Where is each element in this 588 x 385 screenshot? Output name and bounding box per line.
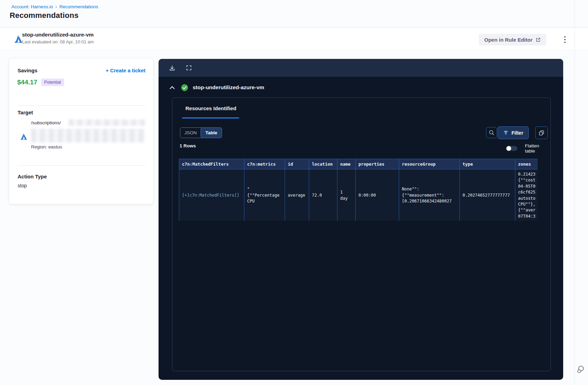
page-title: Recommendations (10, 11, 79, 20)
column-header-location: location (309, 159, 337, 169)
target-region: Region: eastus (31, 144, 62, 149)
external-link-icon (536, 37, 541, 42)
redacted-text (69, 119, 145, 126)
panel-title: stop-underutilized-azure-vm (193, 84, 264, 91)
cell-name: 1 day (337, 169, 356, 221)
breadcrumb-account-link[interactable]: Account: Harness.io (11, 4, 53, 9)
column-header-c7n:MatchedFilters: c7n:MatchedFilters (179, 159, 244, 169)
view-toggle-json[interactable]: JSON (180, 128, 201, 138)
filter-label: Filter (511, 130, 523, 136)
download-button[interactable] (169, 65, 175, 71)
download-icon (169, 65, 175, 71)
flatten-table-toggle[interactable]: Flatten table (506, 143, 550, 154)
flatten-table-label: Flatten table (525, 143, 550, 154)
target-label: Target (18, 110, 33, 115)
resources-table-wrap: c7n:MatchedFiltersc7n:metricsidlocationn… (179, 159, 538, 221)
redacted-text (31, 129, 145, 143)
cell-type: 0.20274652777777777 (460, 169, 515, 221)
fullscreen-icon (186, 65, 192, 71)
breadcrumb-separator-icon: › (55, 4, 57, 9)
results-panel: stop-underutilized-azure-vm Resources Id… (159, 59, 563, 380)
resources-card: Resources Identified JSON Table Filter 1… (172, 97, 551, 371)
recommendation-name: stop-underutilized-azure-vm (22, 32, 94, 38)
table-header-row: c7n:MatchedFiltersc7n:metricsidlocationn… (179, 159, 538, 169)
collapse-chevron-icon[interactable] (170, 86, 175, 89)
cell-resourceGroup: None"": {""measurement"": [0.20671066342… (399, 169, 460, 221)
summary-card: Savings + Create a ticket $44.17 Potenti… (9, 58, 153, 204)
potential-badge: Potential (41, 79, 64, 86)
help-chat-icon[interactable] (576, 364, 586, 374)
view-toggle: JSON Table (180, 127, 222, 138)
toggle-track[interactable] (506, 146, 517, 151)
create-ticket-button[interactable]: + Create a ticket (106, 67, 145, 73)
resources-table: c7n:MatchedFiltersc7n:metricsidlocationn… (179, 159, 538, 221)
action-type-label: Action Type (18, 174, 47, 179)
azure-icon (19, 132, 28, 141)
recommendation-header: stop-underutilized-azure-vm Last evaluat… (0, 28, 588, 50)
panel-toolbar (159, 59, 563, 77)
open-rule-editor-label: Open in Rule Editor (484, 37, 533, 43)
column-header-zones: zones (515, 159, 538, 169)
divider (575, 0, 575, 385)
last-evaluated-text: Last evaluated on: 08 Apr, 10:01 am (22, 39, 94, 44)
target-path: /subscriptions/ (31, 120, 61, 125)
cell-id: average (285, 169, 309, 221)
tab-resources-identified[interactable]: Resources Identified (185, 105, 236, 111)
breadcrumb: Account: Harness.io › Recommendations (11, 4, 98, 9)
action-type-value: stop (18, 183, 27, 188)
divider (18, 165, 145, 166)
column-header-resourceGroup: resourceGroup (399, 159, 460, 169)
open-rule-editor-button[interactable]: Open in Rule Editor (479, 34, 546, 45)
success-check-icon (181, 84, 188, 91)
cell-location: 72.0 (309, 169, 337, 221)
breadcrumb-recommendations-link[interactable]: Recommendations (59, 4, 98, 9)
panel-title-row: stop-underutilized-azure-vm (159, 77, 563, 98)
copy-button[interactable] (535, 126, 548, 139)
cell-c7n:metrics: " {""Percentage CPU (244, 169, 285, 221)
more-options-button[interactable] (560, 34, 570, 45)
rows-count: 1 Rows (180, 143, 196, 148)
copy-icon (538, 130, 545, 136)
savings-label: Savings (18, 67, 38, 73)
cell-properties: 0:00:00 (356, 169, 399, 221)
table-row: [+]c7n:MatchedFilters[]" {""Percentage C… (179, 169, 538, 221)
divider (18, 105, 145, 106)
filter-button[interactable]: Filter (498, 126, 529, 139)
column-header-name: name (337, 159, 356, 169)
search-button[interactable] (486, 127, 497, 138)
savings-amount: $44.17 (17, 79, 37, 86)
cell-zones: 0.21423 {""cost 04-05T0 c6cf625 autosto … (515, 169, 538, 221)
column-header-properties: properties (356, 159, 399, 169)
fullscreen-button[interactable] (186, 65, 192, 71)
filter-funnel-icon (503, 131, 508, 135)
column-header-id: id (285, 159, 309, 169)
cell-c7n:MatchedFilters[interactable]: [+]c7n:MatchedFilters[] (179, 169, 244, 221)
view-toggle-table[interactable]: Table (201, 127, 222, 138)
column-header-type: type (460, 159, 515, 169)
active-tab-underline (182, 117, 239, 118)
search-icon (489, 130, 495, 136)
column-header-c7n:metrics: c7n:metrics (244, 159, 285, 169)
toggle-knob (506, 146, 511, 151)
